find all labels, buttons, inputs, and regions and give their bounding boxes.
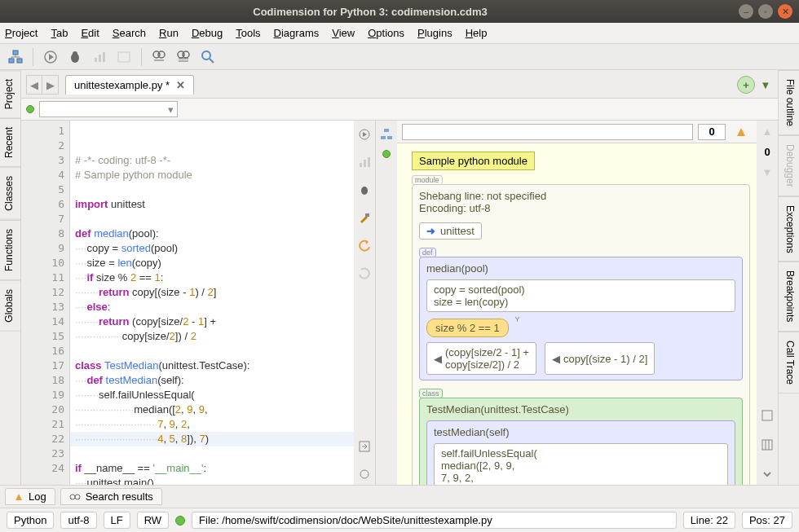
- undo-icon[interactable]: [354, 235, 375, 256]
- sidebar-debugger[interactable]: Debugger: [779, 135, 799, 196]
- scope-combo[interactable]: ▾: [39, 101, 178, 117]
- svg-rect-17: [364, 160, 366, 167]
- minimize-button[interactable]: –: [739, 4, 753, 19]
- window-title: Codimension for Python 3: codimension.cd…: [7, 6, 734, 18]
- toolbar: [0, 44, 799, 70]
- flow-def-box: median(pool) copy = sorted(pool) size = …: [419, 257, 743, 380]
- svg-rect-7: [99, 55, 101, 62]
- workzone: Project Recent Classes Functions Globals…: [0, 70, 799, 485]
- flow-docstring: Sample python module: [412, 152, 535, 170]
- sidebar-globals[interactable]: Globals: [0, 280, 20, 332]
- run-icon[interactable]: [40, 46, 61, 68]
- maximize-button[interactable]: ◦: [758, 4, 773, 19]
- status-lang[interactable]: Python: [7, 512, 54, 529]
- status-readwrite[interactable]: RW: [137, 512, 169, 529]
- menu-project[interactable]: Project: [5, 27, 38, 39]
- svg-rect-1: [9, 59, 14, 63]
- menu-debug[interactable]: Debug: [192, 27, 223, 39]
- sidebar-classes[interactable]: Classes: [0, 167, 20, 220]
- level-more-icon[interactable]: [757, 464, 778, 485]
- svg-rect-23: [384, 129, 389, 132]
- nav-down-icon[interactable]: ▼: [762, 166, 773, 178]
- menu-edit[interactable]: Edit: [81, 27, 99, 39]
- svg-rect-8: [103, 52, 105, 62]
- menu-options[interactable]: Options: [368, 27, 404, 39]
- tab-list-dropdown[interactable]: ▼: [758, 76, 773, 94]
- bug-icon[interactable]: [64, 46, 86, 68]
- nav-count: 0: [764, 146, 770, 158]
- nav-up-icon[interactable]: ▲: [762, 125, 773, 138]
- menu-view[interactable]: View: [332, 27, 355, 39]
- return-icon: ◀: [434, 353, 442, 365]
- level2-icon[interactable]: [757, 434, 778, 455]
- svg-rect-20: [365, 213, 369, 217]
- main-area: ◀ ▶ unittestexample.py * ✕ + ▼ ▾ 1 2 3 4…: [21, 70, 778, 485]
- profile-icon[interactable]: [354, 152, 375, 173]
- bug-icon[interactable]: [354, 179, 375, 200]
- new-tab-button[interactable]: +: [737, 76, 755, 94]
- menu-search[interactable]: Search: [113, 27, 146, 39]
- flow-tree-icon[interactable]: [376, 124, 397, 145]
- sidebar-recent[interactable]: Recent: [0, 118, 20, 167]
- menu-run[interactable]: Run: [159, 27, 179, 39]
- splitpanes: 1 2 3 4 5 6 7 8 9 10 11 12 13 14 15 16 1…: [21, 121, 778, 485]
- flow-canvas[interactable]: Sample python module module Shebang line…: [397, 143, 757, 485]
- flow-search-input[interactable]: [402, 124, 693, 140]
- svg-point-28: [70, 495, 75, 499]
- search-icon[interactable]: [197, 46, 219, 68]
- status-line[interactable]: Line: 22: [683, 512, 735, 529]
- tab-file[interactable]: unittestexample.py * ✕: [65, 75, 194, 95]
- sidebar-functions[interactable]: Functions: [0, 220, 20, 280]
- highlight-icon[interactable]: [731, 121, 752, 143]
- settings-icon[interactable]: [354, 464, 375, 485]
- tab-next-button[interactable]: ▶: [42, 75, 59, 95]
- hammer-icon[interactable]: [354, 207, 375, 228]
- flow-condition: size % 2 == 1: [426, 319, 509, 337]
- tab-prev-button[interactable]: ◀: [26, 75, 42, 95]
- flow-branch-false: ◀ (copy[size/2 - 1] + copy[size/2]) / 2: [426, 342, 536, 375]
- status-ok-icon: [26, 105, 34, 113]
- menu-diagrams[interactable]: Diagrams: [274, 27, 320, 39]
- import-arrow-icon: ➜: [426, 225, 435, 237]
- tab-search-results[interactable]: Search results: [60, 488, 162, 505]
- tab-log[interactable]: Log: [5, 488, 55, 505]
- status-ok-icon: [175, 516, 185, 525]
- profile-icon[interactable]: [89, 46, 110, 68]
- find-occurrences-icon[interactable]: [148, 46, 170, 68]
- menu-help[interactable]: Help: [466, 27, 488, 39]
- mid-tools: [354, 121, 375, 485]
- flow-search-count: 0: [698, 124, 726, 140]
- status-encoding[interactable]: utf-8: [60, 512, 96, 529]
- bottom-tabs: Log Search results: [0, 485, 799, 508]
- disassembly-icon[interactable]: [113, 46, 135, 68]
- svg-rect-16: [360, 163, 362, 167]
- level1-icon[interactable]: [757, 405, 778, 426]
- code-editor[interactable]: # -*- coding: utf-8 -*- # Sample python …: [70, 121, 354, 485]
- status-pos[interactable]: Pos: 27: [742, 512, 792, 529]
- status-lineending[interactable]: LF: [104, 512, 130, 529]
- find-in-project-icon[interactable]: [173, 46, 194, 68]
- svg-rect-0: [13, 51, 18, 55]
- tab-close-button[interactable]: ✕: [176, 79, 185, 91]
- sidebar-exceptions[interactable]: Exceptions: [779, 196, 799, 262]
- sidebar-project[interactable]: Project: [0, 70, 20, 118]
- menu-tab[interactable]: Tab: [51, 27, 68, 39]
- svg-point-14: [202, 51, 210, 59]
- goto-icon[interactable]: [354, 436, 375, 457]
- sidebar-outline[interactable]: File outline: [779, 70, 799, 135]
- svg-rect-9: [118, 52, 130, 62]
- menu-tools[interactable]: Tools: [236, 27, 260, 39]
- statusbar: Python utf-8 LF RW File: /home/swift/cod…: [0, 508, 799, 532]
- flow-header: 0: [397, 121, 757, 143]
- tree-icon[interactable]: [5, 46, 26, 68]
- menubar: Project Tab Edit Search Run Debug Tools …: [0, 23, 799, 44]
- redo-icon[interactable]: [354, 262, 375, 284]
- line-gutter: 1 2 3 4 5 6 7 8 9 10 11 12 13 14 15 16 1…: [21, 121, 70, 485]
- module-label: module: [412, 175, 443, 185]
- flow-nav-tools: ▲ 0 ▼: [757, 121, 778, 485]
- sidebar-breakpoints[interactable]: Breakpoints: [779, 262, 799, 331]
- run-icon[interactable]: [354, 124, 375, 145]
- menu-plugins[interactable]: Plugins: [417, 27, 452, 39]
- close-window-button[interactable]: ✕: [778, 4, 792, 19]
- sidebar-calltrace[interactable]: Call Trace: [779, 332, 799, 394]
